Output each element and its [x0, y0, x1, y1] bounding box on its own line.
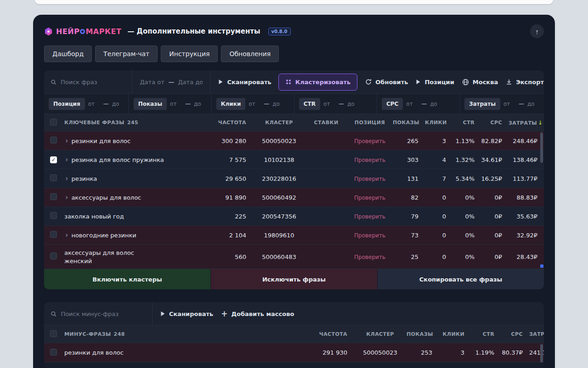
filter-to-input[interactable] — [194, 101, 206, 107]
freq-value: 2 104 — [202, 232, 253, 239]
table-row[interactable]: › новогодние резинки 2 104 19809610 Пров… — [44, 225, 544, 244]
col-header-ctr[interactable]: CTR — [452, 120, 481, 126]
table-row[interactable]: › аксессуары для волос 91 890 500060492 … — [44, 188, 544, 207]
scan-button[interactable]: Сканировать — [218, 79, 271, 86]
col-header-position[interactable]: ПОЗИЦИЯ — [347, 120, 393, 126]
col-header-freq[interactable]: ЧАСТОТА — [202, 120, 253, 126]
table-row[interactable]: заколка новый год 225 200547356 Проверит… — [44, 207, 544, 225]
cluster-value: 500060492 — [253, 194, 305, 201]
cpc-value: 0₽ — [481, 194, 509, 201]
date-to-input[interactable] — [178, 79, 203, 86]
chevron-right-icon[interactable]: › — [65, 193, 68, 201]
filter-label: Клики — [216, 98, 246, 110]
col-header-clicks[interactable]: КЛИКИ — [439, 331, 471, 337]
chevron-right-icon[interactable]: › — [65, 174, 68, 183]
check-position-link[interactable]: Проверить — [354, 232, 385, 239]
freq-value: 225 — [202, 213, 253, 220]
search-phrases-input[interactable] — [61, 79, 125, 86]
add-bulk-button[interactable]: + Добавить массово — [221, 310, 294, 318]
exclude-phrases-button[interactable]: Исключить фразы — [210, 269, 377, 289]
chevron-right-icon[interactable]: › — [65, 137, 68, 145]
filter-shows: Показы — — [129, 94, 211, 114]
chevron-right-icon[interactable]: › — [65, 155, 68, 164]
table-row[interactable]: › резинка 29 650 230228016 Проверить 131… — [44, 169, 544, 188]
vertical-scrollbar-thumb[interactable] — [540, 132, 543, 163]
row-checkbox[interactable] — [50, 193, 57, 200]
check-position-link[interactable]: Проверить — [354, 138, 385, 144]
filter-label: Показы — [134, 98, 167, 110]
search-minus-input[interactable] — [61, 310, 146, 317]
date-from-input[interactable] — [140, 79, 164, 86]
positions-button[interactable]: Позиции — [416, 79, 454, 86]
row-checkbox[interactable] — [50, 174, 57, 181]
export-button[interactable]: Экспорт — [506, 79, 544, 86]
scroll-to-top-button[interactable]: ↑ — [530, 24, 544, 38]
filter-to-input[interactable] — [430, 101, 442, 107]
row-checkbox[interactable] — [50, 349, 57, 356]
filter-to-input[interactable] — [347, 101, 359, 107]
filter-from-input[interactable] — [406, 101, 418, 107]
row-checkbox[interactable] — [50, 137, 57, 144]
region-button[interactable]: Москва — [462, 79, 498, 86]
keywords-table-header: КЛЮЧЕВЫЕ ФРАЗЫ 245 ЧАСТОТА КЛАСТЕР СТАВК… — [44, 114, 544, 131]
check-position-link[interactable]: Проверить — [354, 157, 385, 163]
col-header-cpc[interactable]: CPC — [481, 120, 509, 126]
filter-to-input[interactable] — [112, 101, 124, 107]
minus-scan-button[interactable]: Сканировать — [160, 310, 213, 317]
filter-from-input[interactable] — [249, 101, 260, 107]
table-row[interactable]: ✓ › резинка для волос пружинка 7 575 101… — [44, 150, 544, 169]
table-row[interactable]: › резинки для волос 300 280 500050023 Пр… — [44, 131, 544, 150]
ctr-value: 0% — [452, 232, 481, 239]
clicks-value: 0 — [425, 232, 452, 239]
cluster-value: 10102138 — [253, 156, 305, 163]
table-row[interactable]: аксессуары для волос женский 560 5000604… — [44, 244, 544, 269]
clusterize-button[interactable]: Кластеризовать — [278, 74, 358, 91]
check-position-link[interactable]: Проверить — [354, 213, 385, 220]
nav-telegram-chat[interactable]: Телеграм-чат — [95, 46, 158, 62]
filter-from-input[interactable] — [503, 101, 515, 107]
minus-table-header: МИНУС-ФРАЗЫ 248 ЧАСТОТА КЛАСТЕР ПОКАЗЫ К… — [44, 325, 544, 343]
cost-value: 35.63₽ — [509, 213, 544, 220]
cpc-value: 34.61₽ — [481, 156, 509, 163]
select-all-checkbox[interactable] — [50, 119, 57, 126]
nav-dashboard[interactable]: Дашборд — [44, 46, 92, 62]
col-header-ctr[interactable]: CTR — [471, 331, 501, 337]
refresh-button[interactable]: Обновить — [365, 79, 408, 86]
globe-icon — [462, 79, 469, 86]
col-header-shows[interactable]: ПОКАЗЫ — [393, 120, 425, 126]
filter-to-input[interactable] — [272, 101, 284, 107]
filter-from-input[interactable] — [170, 101, 182, 107]
row-checkbox[interactable] — [50, 231, 57, 238]
col-header-cpc[interactable]: CPC — [501, 331, 529, 337]
col-header-shows[interactable]: ПОКАЗЫ — [407, 331, 439, 337]
row-checkbox[interactable]: ✓ — [50, 156, 57, 163]
check-position-link[interactable]: Проверить — [354, 195, 385, 201]
filter-dash: — — [264, 101, 269, 107]
table-row[interactable]: резинки для волос 291 930 500050023 253 … — [44, 343, 544, 362]
col-header-cluster[interactable]: КЛАСТЕР — [354, 331, 407, 337]
col-header-cost[interactable]: ЗАТРАТЫ — [529, 331, 544, 337]
row-checkbox[interactable] — [50, 212, 57, 219]
col-header-bids[interactable]: СТАВКИ — [305, 120, 347, 126]
col-header-freq[interactable]: ЧАСТОТА — [303, 331, 354, 337]
select-all-checkbox[interactable] — [50, 330, 57, 337]
col-header-cluster[interactable]: КЛАСТЕР — [253, 120, 305, 126]
phrase-label: резинки для волос — [71, 137, 130, 145]
col-header-cost[interactable]: ЗАТРАТЫ↓ — [509, 120, 544, 126]
copy-all-phrases-button[interactable]: Скопировать все фразы — [377, 269, 544, 289]
chevron-right-icon[interactable]: › — [65, 231, 68, 239]
phrase-label: резинка для волос пружинка — [71, 155, 164, 164]
row-checkbox[interactable] — [50, 253, 57, 259]
check-position-link[interactable]: Проверить — [354, 176, 385, 182]
include-clusters-button[interactable]: Включить кластеры — [44, 269, 210, 289]
filter-to-input[interactable] — [527, 101, 539, 107]
check-position-link[interactable]: Проверить — [354, 254, 385, 260]
filter-from-input[interactable] — [88, 101, 100, 107]
col-header-clicks[interactable]: КЛИКИ — [425, 120, 452, 126]
brand-neiro: НЕЙР — [56, 27, 79, 36]
minus-phrases-block: Сканировать + Добавить массово МИНУС-ФРА… — [44, 302, 544, 368]
vertical-scrollbar-thumb[interactable] — [540, 344, 543, 362]
nav-updates[interactable]: Обновления — [221, 46, 279, 62]
filter-from-input[interactable] — [323, 101, 335, 107]
nav-instruction[interactable]: Инструкция — [161, 46, 218, 62]
